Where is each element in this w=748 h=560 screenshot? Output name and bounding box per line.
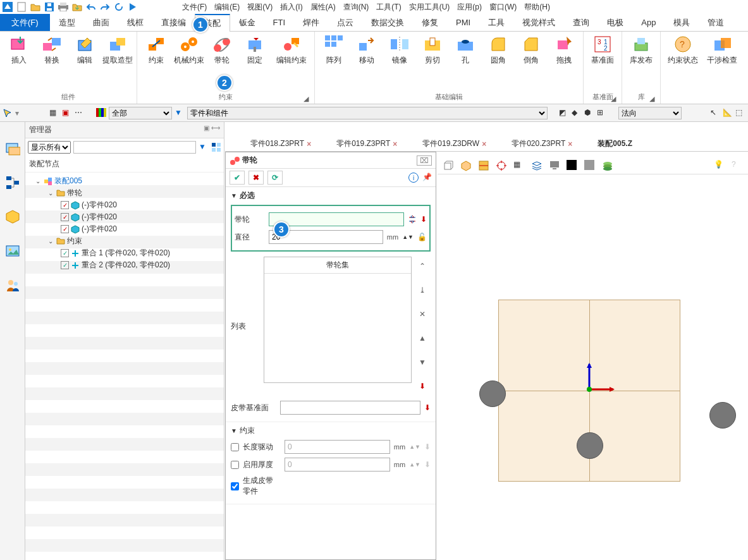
gray-box-icon[interactable] [584, 160, 596, 171]
length-input[interactable] [285, 440, 390, 454]
ribbon-tab-surface[interactable]: 曲面 [84, 14, 118, 31]
expander-icon[interactable]: ⌄ [48, 190, 54, 197]
menu-tools[interactable]: 工具(T) [376, 2, 401, 13]
pulley-input[interactable] [269, 212, 404, 226]
down-icon[interactable]: ▼ [417, 356, 428, 368]
btn-insert[interactable]: 插入 [4, 34, 34, 91]
print-icon[interactable] [58, 2, 68, 12]
undo-icon[interactable] [86, 2, 96, 12]
color-bar-icon[interactable] [96, 108, 106, 118]
download-icon[interactable]: ⤓ [417, 284, 428, 296]
btn-move[interactable]: 移动 [352, 34, 382, 91]
btn-mirror[interactable]: 镜像 [384, 34, 415, 91]
btn-constraint[interactable]: 约束 [141, 34, 171, 91]
checkbox-icon[interactable]: ✓ [61, 225, 69, 233]
launcher-icon[interactable]: ◢ [649, 95, 655, 101]
tree-part-row[interactable]: ✓(-)零件020 [28, 223, 221, 235]
black-box-icon[interactable] [567, 160, 578, 171]
panel-close-icon[interactable]: ⌧ [417, 155, 432, 166]
doc-tab-active[interactable]: 装配005.Z [598, 138, 632, 149]
belt-datum-input[interactable] [280, 401, 420, 415]
tree-constraint-row[interactable]: ✓重合 1 (零件020, 零件020) [28, 247, 221, 259]
menu-view[interactable]: 视图(V) [247, 2, 273, 13]
spinner-icon[interactable]: ▲▼ [409, 444, 420, 450]
tree-part-row[interactable]: ✓(-)零件020 [28, 211, 221, 223]
btn-constraint-state[interactable]: ?约束状态 [665, 34, 701, 91]
funnel-icon[interactable]: ▼ [175, 108, 185, 118]
tree-constraint-row[interactable]: ✓重合 2 (零件020, 零件020) [28, 259, 221, 271]
section-icon[interactable] [478, 160, 489, 171]
doc-tab[interactable]: 零件019.Z3DRW× [422, 138, 486, 149]
ribbon-tab-query[interactable]: 查询 [564, 14, 598, 31]
funnel-icon[interactable]: ▼ [199, 142, 209, 152]
btn-hole[interactable]: 孔 [450, 34, 481, 91]
cube-shaded-icon[interactable] [460, 160, 472, 171]
up-icon[interactable]: ▲ [417, 332, 428, 344]
menu-help[interactable]: 帮助(H) [524, 2, 550, 13]
apply-button[interactable]: ⟳ [267, 171, 283, 185]
tree-part-row[interactable]: ✓(-)零件020 [28, 199, 221, 211]
remove-icon[interactable]: ✕ [417, 308, 428, 320]
dock-image-icon[interactable] [5, 243, 20, 259]
ribbon-tab-modeling[interactable]: 造型 [50, 14, 84, 31]
cancel-button[interactable]: ✖ [248, 171, 264, 185]
pin-icon[interactable]: 📌 [422, 173, 432, 183]
ribbon-tab-pmi[interactable]: PMI [447, 14, 479, 31]
manager-dock-controls[interactable]: ▣ ⟷ [204, 125, 220, 135]
arrow-cursor-icon[interactable]: ↖ [710, 108, 720, 118]
redo-icon[interactable] [100, 2, 110, 12]
pulley-geometry[interactable] [709, 402, 736, 429]
tree-mode-icon[interactable] [211, 142, 221, 152]
monitor-icon[interactable] [549, 160, 560, 171]
tree-folder-pulley[interactable]: ⌄ 带轮 [28, 187, 221, 199]
ribbon-tab-visual[interactable]: 视觉样式 [513, 14, 564, 31]
collapse-icon[interactable]: ⌃ [417, 260, 428, 272]
btn-extract[interactable]: 提取造型 [102, 34, 133, 91]
info-icon[interactable]: i [408, 173, 419, 183]
select-chain-icon[interactable]: ⋯ [75, 108, 85, 118]
btn-cut[interactable]: 剪切 [417, 34, 448, 91]
ribbon-tab-fti[interactable]: FTI [264, 14, 295, 31]
pick-icon[interactable]: ⬇ [420, 215, 427, 224]
menu-util[interactable]: 实用工具(U) [409, 2, 450, 13]
gen-belt-checkbox[interactable] [231, 482, 239, 490]
doc-tab[interactable]: 零件019.Z3PRT× [336, 138, 397, 149]
menu-window[interactable]: 窗口(W) [489, 2, 517, 13]
grid-icon[interactable]: ▦ [513, 160, 525, 171]
ribbon-tab-tools[interactable]: 工具 [479, 14, 513, 31]
dock-assembly-icon[interactable] [5, 141, 20, 156]
pulley-geometry[interactable] [479, 380, 506, 407]
checkbox-icon[interactable]: ✓ [61, 213, 69, 221]
filter-all-select[interactable]: 全部 [109, 107, 172, 119]
chevron-down-icon[interactable]: ▼ [231, 192, 237, 199]
doc-tab[interactable]: 零件018.Z3PRT× [250, 138, 311, 149]
viewport-canvas[interactable] [436, 174, 748, 560]
btn-replace[interactable]: 替换 [37, 34, 67, 91]
btn-datum[interactable]: 312基准面 [587, 34, 618, 91]
ribbon-tab-sheetmetal[interactable]: 钣金 [230, 14, 264, 31]
spinner-icon[interactable]: ▲▼ [409, 462, 420, 468]
spinner-icon[interactable]: ▲▼ [402, 234, 414, 240]
checkbox-icon[interactable]: ✓ [61, 201, 69, 209]
dock-part-icon[interactable] [5, 209, 20, 224]
ribbon-tab-repair[interactable]: 修复 [413, 14, 447, 31]
ribbon-tab-electrode[interactable]: 电极 [598, 14, 632, 31]
ribbon-tab-apps[interactable]: App [632, 14, 665, 31]
open-icon[interactable] [30, 2, 40, 12]
menu-edit[interactable]: 编辑(E) [214, 2, 240, 13]
layer-icon[interactable] [531, 160, 543, 171]
measure-icon[interactable]: 📐 [723, 108, 733, 118]
select-all-icon[interactable]: ▦ [49, 108, 59, 118]
chevron-down-icon[interactable]: ▼ [231, 427, 237, 434]
ribbon-tab-pointcloud[interactable]: 点云 [328, 14, 362, 31]
menu-file[interactable]: 文件(F) [182, 2, 207, 13]
checkbox-icon[interactable]: ✓ [61, 249, 69, 257]
doc-tab[interactable]: 零件020.Z3PRT× [512, 138, 572, 149]
cube-wire-icon[interactable] [443, 160, 454, 171]
help-icon[interactable]: ? [732, 160, 743, 171]
close-icon[interactable]: × [307, 140, 311, 149]
btn-interference[interactable]: 干涉检查 [704, 34, 740, 91]
expander-icon[interactable]: ⌄ [48, 238, 54, 245]
lock-icon[interactable]: 🔓 [417, 233, 427, 241]
ribbon-tab-pipe[interactable]: 管道 [699, 14, 733, 31]
